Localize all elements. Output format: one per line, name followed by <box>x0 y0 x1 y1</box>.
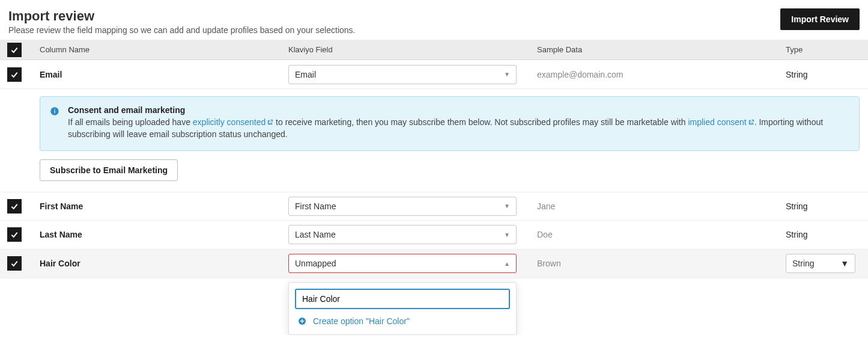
explicitly-consented-link[interactable]: explicitly consented <box>193 117 273 127</box>
alert-title: Consent and email marketing <box>68 105 849 115</box>
type-select[interactable]: String ▼ <box>786 254 855 273</box>
select-all-checkbox[interactable] <box>7 43 22 57</box>
row-checkbox[interactable] <box>7 256 22 271</box>
column-name-label: First Name <box>40 201 288 211</box>
type-select-value: String <box>792 259 815 268</box>
row-checkbox[interactable] <box>7 199 22 213</box>
alert-text-pre: If all emails being uploaded have <box>68 117 193 127</box>
import-review-button[interactable]: Import Review <box>780 8 860 30</box>
sample-data-value: Jane <box>537 201 786 211</box>
svg-rect-1 <box>54 111 55 114</box>
svg-rect-5 <box>300 321 305 321</box>
sample-data-value: Doe <box>537 230 786 239</box>
mapping-row-hair-color: Hair Color Unmapped ▲ Brown String ▼ <box>0 250 868 278</box>
column-name-label: Hair Color <box>40 259 288 268</box>
klaviyo-field-select[interactable]: Last Name ▼ <box>288 225 517 244</box>
mapping-row-email: Email Email ▼ example@domain.com String <box>0 60 868 89</box>
plus-circle-icon <box>297 316 307 326</box>
create-option-item[interactable]: Create option "Hair Color" <box>295 309 510 328</box>
column-header-type: Type <box>786 45 868 54</box>
row-checkbox[interactable] <box>7 227 22 242</box>
caret-up-icon: ▲ <box>504 260 510 267</box>
column-name-label: Email <box>40 70 288 79</box>
select-value: First Name <box>295 201 336 211</box>
sample-data-value: Brown <box>537 259 786 268</box>
svg-rect-2 <box>54 109 55 109</box>
page-title: Import review <box>8 8 355 24</box>
type-value: String <box>786 70 868 79</box>
info-icon <box>50 106 59 116</box>
klaviyo-field-select[interactable]: Email ▼ <box>288 65 517 84</box>
consent-info-alert: Consent and email marketing If all email… <box>40 96 860 151</box>
implied-consent-link[interactable]: implied consent <box>688 117 754 127</box>
klaviyo-field-select[interactable]: Unmapped ▲ <box>288 254 517 273</box>
column-name-label: Last Name <box>40 230 288 239</box>
mapping-row-last-name: Last Name Last Name ▼ Doe String <box>0 221 868 250</box>
type-value: String <box>786 201 868 211</box>
select-value: Unmapped <box>295 259 336 268</box>
select-value: Last Name <box>295 230 336 239</box>
caret-down-icon: ▼ <box>840 259 849 268</box>
column-header-sample: Sample Data <box>537 45 786 54</box>
alert-text-mid: to receive marketing, then you may subsc… <box>273 117 688 127</box>
page-subtitle: Please review the field mapping so we ca… <box>8 25 355 35</box>
mapping-row-first-name: First Name First Name ▼ Jane String <box>0 192 868 221</box>
external-link-icon <box>748 119 754 126</box>
sample-data-value: example@domain.com <box>537 70 786 79</box>
page-header: Import review Please review the field ma… <box>0 0 868 40</box>
field-select-dropdown: Create option "Hair Color" <box>288 282 517 335</box>
create-option-label: Create option "Hair Color" <box>313 316 410 326</box>
caret-down-icon: ▼ <box>504 203 510 209</box>
column-header-field: Klaviyo Field <box>288 45 537 54</box>
caret-down-icon: ▼ <box>504 71 510 78</box>
caret-down-icon: ▼ <box>504 232 510 238</box>
external-link-icon <box>267 119 273 126</box>
alert-body: If all emails being uploaded have explic… <box>68 116 849 141</box>
dropdown-search-input[interactable] <box>295 289 510 309</box>
row-checkbox[interactable] <box>7 67 22 82</box>
select-value: Email <box>295 70 316 79</box>
type-value: String <box>786 230 868 239</box>
subscribe-email-marketing-button[interactable]: Subscribe to Email Marketing <box>40 159 178 181</box>
column-header-name: Column Name <box>40 45 288 54</box>
klaviyo-field-select[interactable]: First Name ▼ <box>288 197 517 216</box>
table-header-row: Column Name Klaviyo Field Sample Data Ty… <box>0 40 868 60</box>
